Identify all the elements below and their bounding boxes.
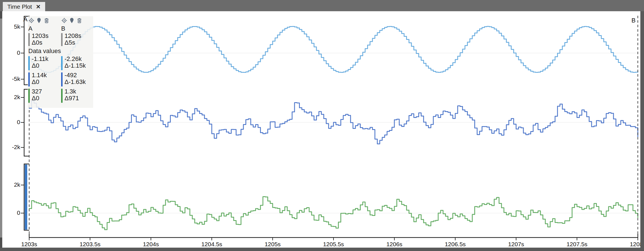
series3-b-delta: Δ971 xyxy=(65,95,79,102)
cursor-a-delta-time: Δ0s xyxy=(32,39,42,46)
locate-icon[interactable] xyxy=(28,17,34,24)
series1-a-delta: Δ0 xyxy=(32,62,39,69)
cursor-a-name: A xyxy=(28,25,33,32)
time-swatch-b xyxy=(61,33,63,46)
series2-b-delta: Δ-1.63k xyxy=(65,79,86,85)
cursor-b-tools xyxy=(61,17,82,24)
data-values-heading: Data values xyxy=(28,48,61,54)
series3-swatch xyxy=(61,89,63,103)
series2-swatch xyxy=(28,72,30,86)
x-axis xyxy=(29,234,638,238)
series2-a-value: 1.14k xyxy=(32,72,47,79)
right-frame xyxy=(640,11,644,251)
series-plot-top xyxy=(29,26,638,72)
cursor-readout-panel: A B 1203s Δ0s 1208s Δ5s Data values -1.1… xyxy=(28,16,93,108)
axis-selection-bar xyxy=(25,165,27,230)
bottom-frame xyxy=(0,248,644,251)
tab-title: Time Plot xyxy=(7,3,32,10)
tab-time-plot[interactable]: Time Plot ✕ xyxy=(3,2,45,11)
plot-canvas[interactable] xyxy=(0,0,644,251)
series3-a-delta: Δ0 xyxy=(32,95,39,102)
left-splitter[interactable] xyxy=(0,11,2,251)
series1-swatch xyxy=(61,56,63,70)
left-frame-top xyxy=(0,11,2,19)
app-window: A B 5k0-5k2k0-2k2k01203s1203.5s1204s1204… xyxy=(0,0,644,251)
series3-a-value: 327 xyxy=(32,88,42,95)
trash-icon[interactable] xyxy=(43,17,50,24)
time-swatch-a xyxy=(28,33,30,46)
series1-b-delta: Δ-1.15k xyxy=(65,62,86,69)
series2-swatch xyxy=(61,72,63,86)
locate-icon[interactable] xyxy=(61,17,67,24)
cursor-b-time: 1208s xyxy=(65,33,81,39)
tab-bar xyxy=(0,0,644,11)
close-icon[interactable]: ✕ xyxy=(36,4,41,10)
pin-icon[interactable] xyxy=(69,17,75,24)
series2-a-delta: Δ0 xyxy=(32,79,39,85)
pin-icon[interactable] xyxy=(36,17,42,24)
cursor-b-name: B xyxy=(61,25,65,32)
series1-a-value: -1.11k xyxy=(32,56,49,62)
series3-swatch xyxy=(28,89,30,103)
trash-icon[interactable] xyxy=(76,17,82,24)
series1-b-value: -2.26k xyxy=(65,56,82,62)
cursor-a-time: 1203s xyxy=(32,33,49,39)
series3-b-value: 1.3k xyxy=(65,88,76,95)
series1-swatch xyxy=(28,56,30,70)
cursor-b-delta-time: Δ5s xyxy=(65,39,75,46)
series2-b-value: -492 xyxy=(65,72,77,79)
cursor-a-tools xyxy=(28,17,50,24)
